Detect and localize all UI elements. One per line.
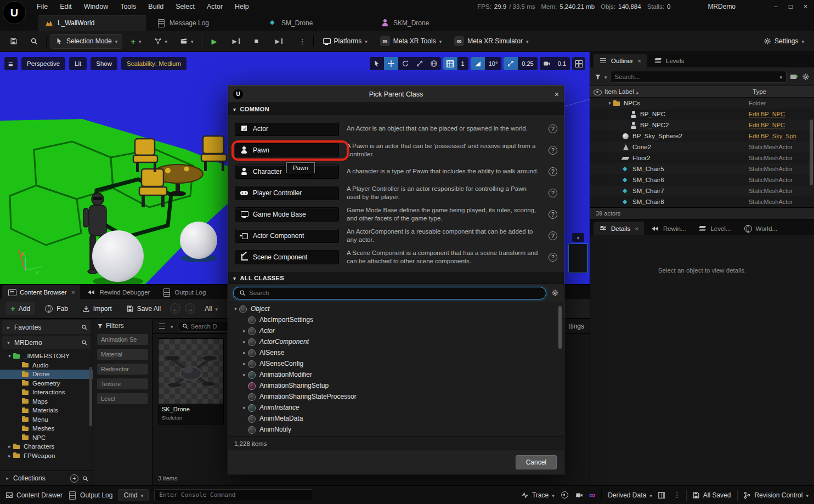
menu-item[interactable]: Select xyxy=(169,0,201,13)
rotate-tool-button[interactable] xyxy=(398,57,412,70)
filter-chip[interactable]: Material xyxy=(97,349,148,360)
grid-snap-value[interactable]: 1 xyxy=(457,57,468,70)
help-icon[interactable] xyxy=(549,124,557,133)
close-window-icon[interactable] xyxy=(804,3,807,10)
folder-tree-item[interactable]: Geometry xyxy=(0,379,93,388)
class-tree-row[interactable]: ▸ AnimInstance xyxy=(233,402,559,413)
drawer-tab[interactable]: Rewind Debugger xyxy=(82,285,155,299)
scale-snap-value[interactable]: 0.25 xyxy=(518,57,537,70)
class-tree-row[interactable]: ▾ Object xyxy=(233,303,559,314)
cinematics-button[interactable] xyxy=(176,34,198,49)
eye-icon[interactable] xyxy=(593,88,602,96)
menu-item[interactable]: Build xyxy=(142,0,169,13)
class-search-input[interactable] xyxy=(249,290,540,296)
favorites-section[interactable]: ▸ Favorites xyxy=(2,320,91,334)
maximize-viewport-button[interactable] xyxy=(572,57,585,70)
filter-chip[interactable]: Texture xyxy=(97,378,148,389)
grid-snap-control[interactable]: 1 xyxy=(443,57,468,70)
help-icon[interactable] xyxy=(549,167,557,176)
help-icon[interactable] xyxy=(549,146,557,155)
expand-arrow-icon[interactable]: ▸ xyxy=(241,405,247,410)
viewport-options-button[interactable] xyxy=(4,57,18,70)
select-tool-button[interactable] xyxy=(370,57,384,70)
project-root-section[interactable]: ▾ MRDemo xyxy=(2,336,91,349)
console-command-input[interactable] xyxy=(159,491,308,499)
world-space-button[interactable] xyxy=(427,57,441,70)
record-icon[interactable] xyxy=(561,491,569,499)
camera-speed-control[interactable]: 0.1 xyxy=(540,57,570,70)
content-drawer-button[interactable]: Content Drawer xyxy=(5,491,63,499)
expand-arrow-icon[interactable]: ▸ xyxy=(241,372,247,377)
asset-tab[interactable]: L_WallWorld xyxy=(38,15,146,31)
class-tree-row[interactable]: AnimMetaData xyxy=(233,413,559,424)
folder-tree-item[interactable]: Interactions xyxy=(0,388,93,397)
forward-button[interactable] xyxy=(185,303,195,314)
class-tree-row[interactable]: ▸ ActorComponent xyxy=(233,336,559,347)
unreal-logo-icon[interactable] xyxy=(3,1,26,24)
menu-item[interactable]: Actor xyxy=(201,0,229,13)
back-button[interactable] xyxy=(170,303,180,314)
class-tree-row[interactable]: ▸ AnimationModifier xyxy=(233,369,559,380)
folder-tree-item[interactable]: Menu xyxy=(0,415,93,424)
outliner-row[interactable]: Cone2 StaticMeshActor xyxy=(590,141,814,152)
funnel-icon[interactable] xyxy=(595,73,601,80)
platforms-dropdown[interactable]: Platforms xyxy=(318,34,372,49)
derived-data-dropdown[interactable]: Derived Data xyxy=(608,491,652,499)
parent-class-button[interactable]: Actor xyxy=(235,122,339,136)
help-icon[interactable] xyxy=(549,253,557,262)
panel-tab[interactable]: Outliner xyxy=(593,54,647,67)
rotation-snap-control[interactable]: 10° xyxy=(471,57,502,70)
perspective-dropdown[interactable]: Perspective xyxy=(21,57,65,70)
maximize-icon[interactable] xyxy=(789,3,793,10)
menu-item[interactable]: Edit xyxy=(54,0,78,13)
type-column-header[interactable]: Type xyxy=(749,88,814,95)
close-tab-icon[interactable] xyxy=(635,225,638,232)
scrollbar[interactable] xyxy=(810,120,813,185)
outliner-row[interactable]: ▾ NPCs Folder xyxy=(590,98,814,109)
close-tab-icon[interactable] xyxy=(637,58,641,64)
play-button[interactable] xyxy=(206,34,224,49)
panel-tab[interactable]: Levels xyxy=(648,54,689,67)
play-options-button[interactable] xyxy=(292,34,309,49)
chevron-down-icon[interactable] xyxy=(604,73,607,81)
scale-tool-button[interactable] xyxy=(412,57,427,70)
folder-tree-item[interactable]: Meshes xyxy=(0,424,93,433)
chevron-down-icon[interactable] xyxy=(779,73,782,81)
console-command-box[interactable] xyxy=(154,489,313,501)
folder-tree-item[interactable]: Materials xyxy=(0,406,93,415)
parent-class-button[interactable]: Actor Component xyxy=(235,229,339,243)
folder-tree-item[interactable]: NPC xyxy=(0,433,93,443)
outliner-row[interactable]: Floor2 StaticMeshActor xyxy=(590,152,814,163)
parent-class-button[interactable]: Game Mode Base xyxy=(235,207,339,222)
selection-mode-dropdown[interactable]: Selection Mode xyxy=(50,34,122,49)
class-tree-row[interactable]: AnimationSharingStateProcessor xyxy=(233,391,559,402)
stop-button[interactable] xyxy=(249,34,267,49)
drawer-tab[interactable]: Output Log xyxy=(157,285,211,299)
scale-snap-control[interactable]: 0.25 xyxy=(504,57,537,70)
breadcrumb[interactable]: All xyxy=(200,302,223,315)
outliner-row[interactable]: SM_Chair5 StaticMeshActor xyxy=(590,163,814,174)
all-classes-section-header[interactable]: ALL CLASSES xyxy=(228,272,564,284)
outliner-row[interactable]: BP_NPC Edit BP_NPC xyxy=(590,109,814,120)
menu-item[interactable]: Help xyxy=(229,0,255,13)
gear-icon[interactable] xyxy=(551,289,559,297)
class-tree-row[interactable]: AnimNotify xyxy=(233,424,559,435)
trace-dropdown[interactable]: Trace xyxy=(521,491,555,499)
outliner-search-box[interactable] xyxy=(610,71,787,83)
outliner-search-input[interactable] xyxy=(615,73,777,80)
folder-tree-item[interactable]: Drone xyxy=(0,370,93,379)
outliner-row[interactable]: SM_Chair6 StaticMeshActor xyxy=(590,174,814,185)
camera-icon[interactable] xyxy=(575,491,583,499)
all-saved-button[interactable]: All Saved xyxy=(692,491,731,499)
help-icon[interactable] xyxy=(549,231,557,240)
minimize-icon[interactable] xyxy=(774,3,778,10)
meta-xr-simulator-dropdown[interactable]: Meta XR Simulator xyxy=(450,34,533,49)
show-dropdown[interactable]: Show xyxy=(91,57,117,70)
item-label-column-header[interactable]: Item Label xyxy=(604,88,749,95)
blueprints-button[interactable] xyxy=(150,34,172,49)
meta-logo-icon[interactable]: ∞ xyxy=(589,490,595,500)
camera-speed-value[interactable]: 0.1 xyxy=(554,57,570,70)
asset-tab[interactable]: SKM_Drone xyxy=(374,15,482,31)
search-icon[interactable] xyxy=(81,324,87,330)
cancel-button[interactable]: Cancel xyxy=(516,455,557,469)
